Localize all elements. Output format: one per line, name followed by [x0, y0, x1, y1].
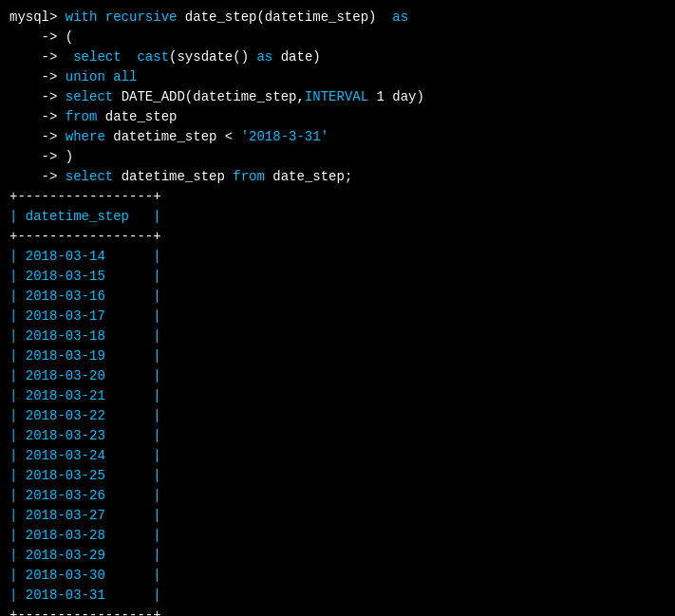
- table-row: | 2018-03-28 |: [9, 526, 666, 546]
- table-row: | 2018-03-27 |: [9, 506, 666, 526]
- table-row: | 2018-03-31 |: [9, 586, 666, 606]
- table-header-sep: +-----------------+: [9, 227, 666, 247]
- query-line-4: -> union all: [9, 67, 666, 87]
- table-row: | 2018-03-24 |: [9, 446, 666, 466]
- query-line-9: -> select datetime_step from date_step;: [9, 167, 666, 187]
- table-row: | 2018-03-25 |: [9, 466, 666, 486]
- query-line-1: mysql> with recursive date_step(datetime…: [9, 8, 666, 28]
- table-row: | 2018-03-17 |: [9, 307, 666, 327]
- table-row: | 2018-03-23 |: [9, 426, 666, 446]
- table-row: | 2018-03-29 |: [9, 546, 666, 566]
- query-line-6: -> from date_step: [9, 107, 666, 127]
- table-row: | 2018-03-15 |: [9, 267, 666, 287]
- table-row: | 2018-03-14 |: [9, 247, 666, 267]
- table-row: | 2018-03-16 |: [9, 287, 666, 307]
- table-row: | 2018-03-19 |: [9, 346, 666, 366]
- query-line-2: -> (: [9, 28, 666, 47]
- table-row: | 2018-03-21 |: [9, 386, 666, 406]
- table-top-border: +-----------------+: [9, 187, 666, 207]
- table-row: | 2018-03-30 |: [9, 566, 666, 586]
- table-header-row: | datetime_step |: [9, 207, 666, 227]
- table-row: | 2018-03-20 |: [9, 366, 666, 386]
- table-row: | 2018-03-18 |: [9, 327, 666, 346]
- table-row: | 2018-03-22 |: [9, 406, 666, 426]
- query-line-8: -> ): [9, 147, 666, 167]
- table-bottom-border: +-----------------+: [9, 606, 666, 616]
- query-line-5: -> select DATE_ADD(datetime_step,INTERVA…: [9, 87, 666, 107]
- table-row: | 2018-03-26 |: [9, 486, 666, 506]
- query-line-3: -> select cast(sysdate() as date): [9, 47, 666, 67]
- terminal-window: mysql> with recursive date_step(datetime…: [0, 0, 675, 616]
- query-line-7: -> where datetime_step < '2018-3-31': [9, 127, 666, 147]
